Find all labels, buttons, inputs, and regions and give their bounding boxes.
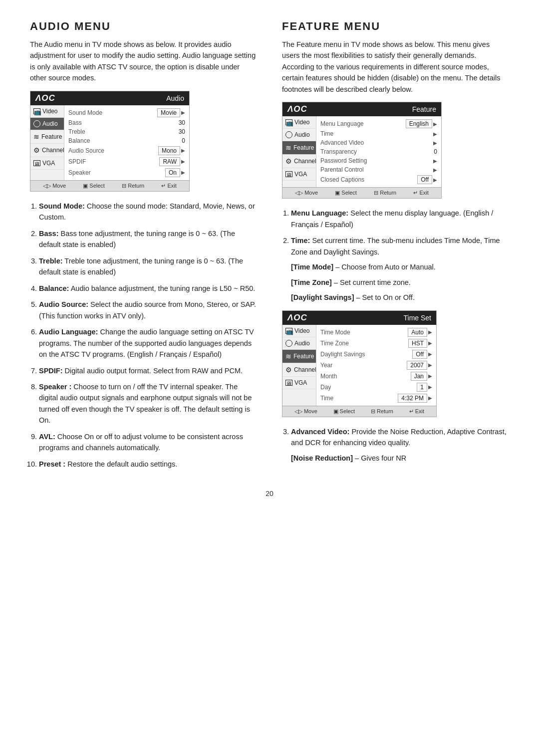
list-item-10: Preset : Restore the default audio setti… [39,459,257,470]
sidebar-item-audio-timeset[interactable]: Audio [282,337,316,350]
sidebar-item-audio-left[interactable]: Audio [30,118,64,130]
sidebar-label-channel2: Channel [294,158,316,165]
menu-row-audiosource: Audio Source Mono▶ [68,145,185,156]
feature-menu-content: Menu Language English▶ Time ▶ Advanced V… [316,116,441,187]
list-item-8: Speaker : Choose to turn on / off the TV… [39,381,257,426]
sidebar-label-feature: Feature [41,133,62,140]
sidebar-label-channel3: Channel [294,366,316,373]
audio-menu-content: Sound Mode Movie▶ Bass 30 Treble 30 Bala… [64,105,189,180]
feature-menu-footer: ◁▷ Move ▣ Select ⊟ Return ↵ Exit [282,187,441,198]
list-item-9: AVL: Choose On or off to adjust volume t… [39,431,257,454]
menu-row-speaker: Speaker On▶ [68,167,185,178]
sidebar-item-channel-timeset[interactable]: ⚙ Channel [282,363,316,377]
timeset-menu-header: ΛOC Time Set [282,311,436,325]
sidebar-item-vga-timeset[interactable]: 🖥 VGA [282,377,316,389]
right-numbered-list: Menu Language: Select the menu display l… [291,208,509,303]
menu-row-captions: Closed Captions Off▶ [320,174,437,185]
feature-menu-box: ΛOC Feature 📺 Video Audio ≋ Feature [282,102,442,199]
menu-row-menulang: Menu Language English▶ [320,118,437,129]
left-section-title: AUDIO MENU [30,20,257,33]
feature-menu-label: Feature [412,105,436,113]
page-number: 20 [30,490,509,498]
menu-row-timemode: Time Mode Auto▶ [320,327,432,338]
wave-icon2: ≋ [285,144,291,152]
footer-move3: ◁▷ Move [294,408,317,415]
sidebar-item-channel-feature[interactable]: ⚙ Channel [282,155,316,168]
bracket-daylight: [Daylight Savings] – Set to On or Off. [291,292,509,303]
list-item-7: SPDIF: Digital audio output format. Sele… [39,365,257,376]
sidebar-item-feature-feature[interactable]: ≋ Feature [282,141,316,155]
menu-row-password: Password Setting ▶ [320,156,437,165]
audio-menu-body: 📺 Video Audio ≋ Feature ⚙ Channel [30,105,189,180]
sidebar-item-channel-left[interactable]: ⚙ Channel [30,144,64,157]
footer-exit2: ↵ Exit [413,190,428,196]
aoc-logo-timeset: ΛOC [287,313,307,323]
right-list-item-2: Time: Set current time. The sub-menu inc… [291,235,509,303]
sidebar-item-video-left[interactable]: 📺 Video [30,105,64,118]
footer-return: ⊟ Return [122,183,144,189]
footer-exit3: ↵ Exit [409,408,424,415]
feature-menu-sidebar: 📺 Video Audio ≋ Feature ⚙ Channel [282,116,316,187]
circle-icon3 [285,340,292,347]
menu-row-time: Time ▶ [320,129,437,138]
sidebar-label-video2: Video [294,119,309,126]
audio-menu-sidebar: 📺 Video Audio ≋ Feature ⚙ Channel [30,105,64,180]
gear-icon3: ⚙ [285,366,292,374]
bracket-noisered: [Noise Reduction] – Gives four NR [291,453,509,464]
menu-row-treble: Treble 30 [68,127,185,136]
menu-row-balance: Balance 0 [68,136,185,145]
menu-row-transparency: Transparency 0 [320,147,437,156]
sidebar-item-vga-left[interactable]: 🖥 VGA [30,157,64,170]
sidebar-item-vga-feature[interactable]: 🖥 VGA [282,168,316,181]
monitor-icon3: 🖥 [285,380,292,386]
tv-icon: 📺 [33,108,40,114]
list-item-1: Sound Mode: Choose the sound mode: Stand… [39,201,257,223]
feature-menu-header: ΛOC Feature [282,102,441,116]
sidebar-label-vga3: VGA [294,379,307,386]
list-item-4: Balance: Audio balance adjustment, the t… [39,283,257,294]
right-list-item-1: Menu Language: Select the menu display l… [291,208,509,230]
menu-row-bass: Bass 30 [68,118,185,127]
menu-row-daylightsav: Daylight Savings Off▶ [320,349,432,360]
audio-menu-label: Audio [166,94,184,102]
menu-row-soundmode: Sound Mode Movie▶ [68,107,185,118]
right-list-item-3: Advanced Video: Provide the Noise Reduct… [291,426,509,464]
footer-return3: ⊟ Return [371,408,393,415]
bracket-timezone: [Time Zone] – Set current time zone. [291,277,509,288]
menu-row-year: Year 2007▶ [320,360,432,371]
footer-select2: ▣ Select [335,190,357,196]
monitor-icon: 🖥 [33,160,40,166]
audio-menu-footer: ◁▷ Move ▣ Select ⊟ Return ↵ Exit [30,180,189,191]
sidebar-item-feature-timeset[interactable]: ≋ Feature [282,350,316,363]
footer-select: ▣ Select [83,183,105,189]
aoc-logo-left: ΛOC [35,93,55,103]
sidebar-label-audio: Audio [42,120,58,127]
tv-icon3: 📺 [285,328,292,334]
right-intro: The Feature menu in TV mode shows as bel… [282,39,509,95]
sidebar-label-vga: VGA [42,160,55,167]
right-numbered-list-cont: Advanced Video: Provide the Noise Reduct… [291,426,509,464]
sidebar-item-video-timeset[interactable]: 📺 Video [282,325,316,337]
timeset-menu-content: Time Mode Auto▶ Time Zone HST▶ Daylight … [316,325,436,406]
footer-exit: ↵ Exit [161,183,176,189]
timeset-menu-label: Time Set [404,314,432,322]
wave-icon3: ≋ [285,352,291,360]
circle-icon2 [285,131,292,138]
footer-return2: ⊟ Return [374,190,396,196]
menu-row-month: Month Jan▶ [320,371,432,382]
timeset-menu-footer: ◁▷ Move ▣ Select ⊟ Return ↵ Exit [282,406,436,417]
left-numbered-list: Sound Mode: Choose the sound mode: Stand… [39,201,257,470]
timeset-menu-body: 📺 Video Audio ≋ Feature ⚙ Channel [282,325,436,406]
menu-row-timezone: Time Zone HST▶ [320,338,432,349]
menu-row-spdif: SPDIF RAW▶ [68,156,185,167]
sidebar-item-feature-left[interactable]: ≋ Feature [30,130,64,144]
monitor-icon2: 🖥 [285,171,292,177]
menu-row-parental: Parental Control ▶ [320,165,437,174]
left-intro: The Audio menu in TV mode shows as below… [30,39,257,84]
aoc-logo-feature: ΛOC [287,104,307,114]
sidebar-item-video-feature[interactable]: 📺 Video [282,116,316,129]
menu-row-day: Day 1▶ [320,382,432,393]
sidebar-item-audio-feature[interactable]: Audio [282,129,316,141]
sidebar-label-video: Video [42,108,57,115]
circle-icon [33,120,40,127]
